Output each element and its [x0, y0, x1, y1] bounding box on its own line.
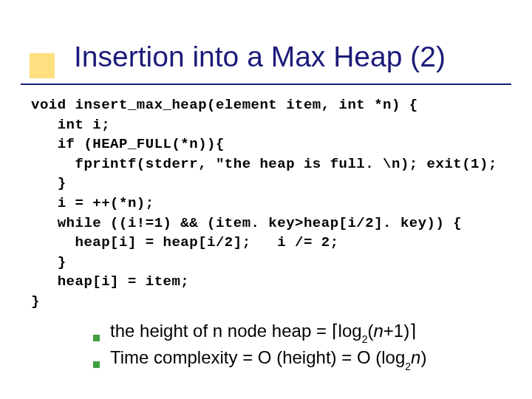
- bullet1-base: 2: [362, 333, 368, 345]
- bullet1-log: log: [338, 321, 362, 341]
- bullet2-rparen: ): [420, 347, 426, 367]
- bullet-text-height: the height of n node heap = ⌈log2(n+1)⌉: [110, 321, 416, 344]
- bullet-icon: [93, 361, 100, 368]
- bullet1-n: n: [373, 321, 383, 341]
- bullet-icon: [93, 335, 100, 341]
- bullet1-prefix: the height of n node heap =: [110, 321, 332, 341]
- bullet-list: the height of n node heap = ⌈log2(n+1)⌉ …: [93, 321, 532, 371]
- bullet-text-complexity: Time complexity = O (height) = O (log2n): [110, 347, 426, 370]
- bullet2-n: n: [411, 347, 420, 367]
- title-area: Insertion into a Max Heap (2): [0, 0, 532, 73]
- list-item: the height of n node heap = ⌈log2(n+1)⌉: [93, 321, 532, 344]
- ceil-left-icon: ⌈: [332, 321, 338, 341]
- slide: Insertion into a Max Heap (2) void inser…: [0, 0, 532, 399]
- ceil-right-icon: ⌉: [409, 321, 416, 341]
- list-item: Time complexity = O (height) = O (log2n): [93, 347, 532, 370]
- bullet1-plus: +1): [383, 321, 409, 341]
- accent-square-icon: [30, 53, 55, 78]
- code-listing: void insert_max_heap(element item, int *…: [31, 95, 532, 312]
- title-underline: [21, 83, 511, 85]
- bullet2-text1: Time complexity = O (height) = O (log: [110, 347, 405, 367]
- slide-title: Insertion into a Max Heap (2): [74, 41, 532, 73]
- bullet2-base: 2: [405, 361, 411, 372]
